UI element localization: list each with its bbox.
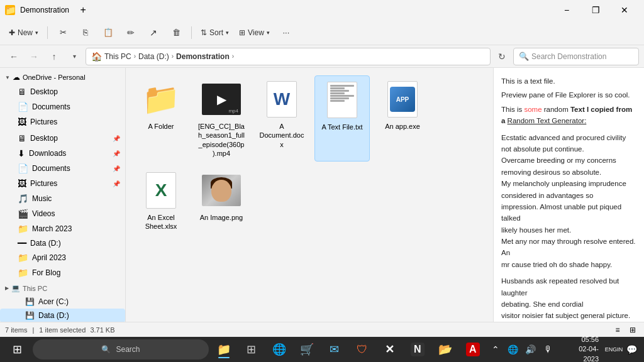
paste-button[interactable]: 📋 <box>98 23 118 43</box>
sidebar-item-forblog[interactable]: 📁 For Blog <box>0 265 125 280</box>
path-home-icon: 🏠 <box>91 52 102 62</box>
file-item-exe[interactable]: APP An app.exe <box>375 75 430 162</box>
exe-icon-wrap: APP <box>382 79 423 119</box>
start-button[interactable]: ⊞ <box>5 339 30 359</box>
folder-icon-wrap: 📁 <box>141 79 181 119</box>
video-label: [ENG_CC]_Blah_season1_full_episode(360p)… <box>197 122 245 158</box>
sidebar-item-pictures-od[interactable]: 🖼 Pictures <box>0 114 125 129</box>
taskbar-store[interactable]: 🛒 <box>294 339 319 359</box>
taskbar-search[interactable]: 🔍 Search <box>33 339 209 359</box>
file-item-txt[interactable]: A Text File.txt <box>314 75 370 162</box>
share-icon: ↗ <box>150 28 157 38</box>
sidebar-item-downloads[interactable]: ⬇ Downloads 📌 <box>0 146 125 161</box>
documents-label: Documents <box>32 164 70 173</box>
onedrive-header[interactable]: ▼ ☁ OneDrive - Personal <box>0 70 125 84</box>
thispc-header[interactable]: ▶ 💻 This PC <box>0 282 125 295</box>
more-button[interactable]: ··· <box>276 23 296 43</box>
copy-icon: ⎘ <box>83 28 88 37</box>
copy-button[interactable]: ⎘ <box>75 23 96 43</box>
up-button[interactable]: ↑ <box>45 48 63 65</box>
sidebar-item-april2023[interactable]: 📁 April 2023 <box>0 250 125 265</box>
view-button[interactable]: ⊞ View ▾ <box>235 23 274 43</box>
grid-view-button[interactable]: ⊞ <box>626 324 639 336</box>
image-icon-wrap <box>201 170 242 211</box>
sort-button[interactable]: ⇅ Sort ▾ <box>197 23 233 43</box>
sidebar-item-datad[interactable]: ━━ Data (D:) <box>0 236 125 250</box>
refresh-button[interactable]: ↻ <box>493 48 511 65</box>
sidebar-item-music[interactable]: 🎵 Music <box>0 191 125 206</box>
rename-button[interactable]: ✏ <box>121 23 141 43</box>
downloads-icon: ⬇ <box>18 148 25 158</box>
sidebar-item-videos[interactable]: 🎬 Videos <box>0 206 125 221</box>
tray-time-text: 05:56 <box>564 335 599 344</box>
documents-icon: 📄 <box>18 163 28 173</box>
list-view-button[interactable]: ≡ <box>611 324 624 336</box>
taskbar-folder2[interactable]: 📂 <box>433 339 458 359</box>
path-segment-0[interactable]: This PC <box>104 52 131 61</box>
taskbar-x[interactable]: ✕ <box>377 339 402 359</box>
pictures-label: Pictures <box>30 179 57 188</box>
sidebar-item-pictures[interactable]: 🖼 Pictures 📌 <box>0 176 125 191</box>
taskbar-mail[interactable]: ✉ <box>322 339 347 359</box>
path-segment-2[interactable]: Demonstration <box>176 52 230 61</box>
file-item-image[interactable]: An Image.png <box>194 167 249 235</box>
edge-icon: 🌐 <box>272 343 286 356</box>
back-button[interactable]: ← <box>5 48 23 65</box>
item-count: 7 items <box>5 326 27 334</box>
recent-button[interactable]: ▾ <box>65 48 83 65</box>
excel-icon-wrap: X <box>141 170 181 211</box>
forward-button[interactable]: → <box>25 48 43 65</box>
taskbar-edge[interactable]: 🌐 <box>267 339 292 359</box>
file-item-word[interactable]: W A Document.docx <box>254 75 309 162</box>
sidebar-item-desktop[interactable]: 🖥 Desktop 📌 <box>0 131 125 146</box>
file-item-excel[interactable]: X An Excel Sheet.xlsx <box>133 167 189 235</box>
sidebar-item-documents[interactable]: 📄 Documents 📌 <box>0 161 125 176</box>
path-bar[interactable]: 🏠 This PC › Data (D:) › Demonstration › <box>86 48 491 65</box>
image-thumb <box>202 175 241 206</box>
share-button[interactable]: ↗ <box>143 23 164 43</box>
taskbar-search-box[interactable]: 🔍 Search <box>33 339 209 359</box>
sidebar-item-desktop-od[interactable]: 🖥 Desktop <box>0 84 125 99</box>
videos-icon: 🎬 <box>18 209 28 219</box>
onedrive-chevron: ▼ <box>5 75 10 80</box>
tray-notification[interactable]: 💬 <box>624 342 639 357</box>
tray-clock[interactable]: 05:56 02-04-2023 <box>558 335 604 362</box>
tray-volume-icon[interactable]: 🔊 <box>523 342 538 357</box>
app-icon: 📁 <box>5 5 15 15</box>
taskbar-taskview[interactable]: ⊞ <box>239 339 264 359</box>
delete-button[interactable]: 🗑 <box>166 23 186 43</box>
downloads-label: Downloads <box>29 149 66 158</box>
file-area: 📁 A Folder ▶ mp4 [ENG_CC]_Blah_season1_f… <box>126 68 493 322</box>
system-tray: ⌃ 🌐 🔊 🎙 05:56 02-04-2023 ENGIN 💬 <box>488 335 639 362</box>
taskbar-file-explorer[interactable]: 📁 <box>211 339 236 359</box>
search-bar[interactable]: 🔍 Search Demonstration <box>513 48 639 65</box>
path-arrow-2: › <box>232 53 234 60</box>
pin-icon-documents: 📌 <box>113 165 120 172</box>
sidebar-item-march2023[interactable]: 📁 March 2023 <box>0 221 125 236</box>
x-icon: ✕ <box>385 343 394 356</box>
close-button[interactable]: ✕ <box>610 0 639 20</box>
cut-button[interactable]: ✂ <box>53 23 73 43</box>
file-item-video[interactable]: ▶ mp4 [ENG_CC]_Blah_season1_full_episode… <box>194 75 249 162</box>
new-button[interactable]: ✚ New ▾ <box>5 23 42 43</box>
exe-icon: APP <box>387 81 418 118</box>
new-tab-btn[interactable]: + <box>74 0 92 20</box>
sidebar-item-acerc[interactable]: 💾 Acer (C:) <box>0 295 125 309</box>
minimize-button[interactable]: − <box>552 0 581 20</box>
view-chevron: ▾ <box>267 30 270 36</box>
new-tab-button[interactable]: + <box>74 0 92 20</box>
path-segment-1[interactable]: Data (D:) <box>138 52 169 61</box>
taskbar-shield[interactable]: 🛡 <box>350 339 375 359</box>
exe-label: An app.exe <box>385 122 420 131</box>
taskbar-acrobat[interactable]: A <box>460 339 486 359</box>
tray-up-arrow[interactable]: ⌃ <box>488 342 503 357</box>
maximize-button[interactable]: ❐ <box>581 0 610 20</box>
march-icon: 📁 <box>18 224 28 234</box>
tray-mic-icon[interactable]: 🎙 <box>541 342 556 357</box>
sidebar-item-documents-od[interactable]: 📄 Documents <box>0 99 125 114</box>
tray-network-icon[interactable]: 🌐 <box>506 342 521 357</box>
taskbar-notion[interactable]: N <box>405 339 430 359</box>
tray-lang[interactable]: ENGIN <box>606 342 621 357</box>
sidebar-item-datad-pc[interactable]: 💾 Data (D:) <box>0 309 125 322</box>
file-item-folder[interactable]: 📁 A Folder <box>133 75 189 162</box>
